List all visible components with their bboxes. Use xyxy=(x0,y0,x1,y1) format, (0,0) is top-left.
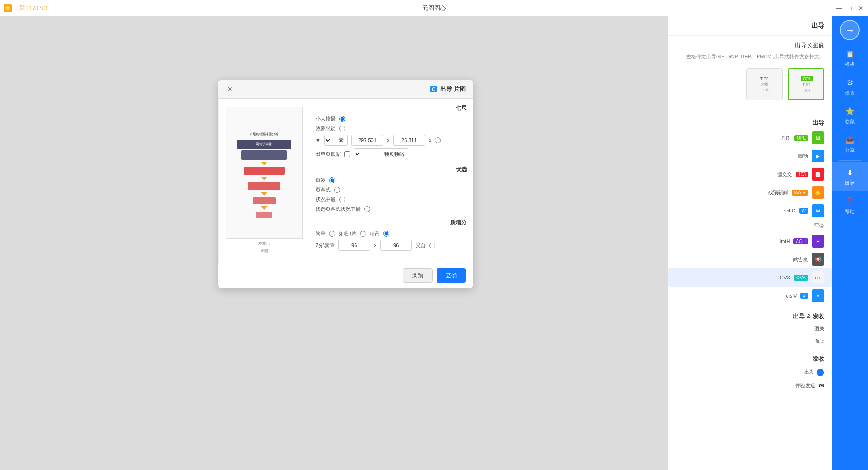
help-icon: ❓ xyxy=(844,196,855,207)
right-panel-header: 出导 xyxy=(668,16,832,36)
range-custom-row: 伏选页客贰状况中最 xyxy=(316,206,467,212)
export-option-advert[interactable]: 武告良 📢 xyxy=(668,250,832,268)
range-all-label: 页逻 xyxy=(316,177,326,184)
export-option-html[interactable]: lmtH AOH H xyxy=(668,232,832,250)
blue-sidebar-template[interactable]: 📋 模板 xyxy=(832,44,868,72)
tiff-card-container: TIFF 片图 ...左格 xyxy=(746,68,783,102)
visio-badge: V xyxy=(800,293,808,299)
export-option-write[interactable]: 写命 xyxy=(668,220,832,232)
export-option-office[interactable]: eciffO W W xyxy=(668,202,832,220)
export-option-image[interactable]: 片图 OPL 🖼 xyxy=(668,129,832,147)
pdf-option-label: 德文文 xyxy=(777,171,792,178)
dialog-button-row: 立确 浏预 xyxy=(218,263,473,288)
quality-low-radio[interactable] xyxy=(329,231,335,237)
unit-select[interactable]: 素 毫米 厘米 xyxy=(324,135,348,146)
export-option-animation[interactable]: 颤动 ▶ xyxy=(668,147,832,165)
width-input[interactable] xyxy=(351,135,383,146)
arrow-down-2 xyxy=(261,177,268,180)
content-area: 出导 片图 C ✕ 七尺 小大蚊最 xyxy=(0,16,668,470)
export-options-list: 出导 片图 OPL 🖼 颤动 ▶ 德文文 103 📄 战预新鲜 WAIR xyxy=(668,111,832,395)
quality-mid-radio[interactable] xyxy=(360,231,366,237)
custom-size-radio[interactable] xyxy=(435,137,441,143)
quality-custom-row: 义自 x 7分\素章 xyxy=(316,240,467,251)
titlebar-controls: — □ ✕ xyxy=(835,5,864,12)
pdf-badge: OPL xyxy=(801,76,813,81)
section-divider-1 xyxy=(668,307,832,307)
export-icon: ⬇ xyxy=(844,167,855,178)
image-icon: 🖼 xyxy=(812,131,824,144)
fit-checkbox[interactable] xyxy=(344,151,350,157)
range-custom-radio[interactable] xyxy=(364,206,370,212)
quality-width-input[interactable] xyxy=(338,240,370,251)
range-all-row: 页逻 xyxy=(316,177,467,184)
blue-sidebar-share[interactable]: 📤 分享 xyxy=(832,130,868,158)
max-size-row: 小大蚊最 xyxy=(316,116,467,122)
export-option-fresh[interactable]: 战预新鲜 WAIR 🌟 xyxy=(668,183,832,202)
sidebar-divider xyxy=(839,160,861,161)
page-fit-row: 顿页顿缩 出单页顿缩 出单页顿缩 xyxy=(316,148,467,159)
blue-sidebar-help[interactable]: ❓ 帮助 xyxy=(832,191,868,220)
height-input[interactable] xyxy=(393,135,425,146)
dialog-title: 出导 片图 C xyxy=(428,85,466,93)
range-current-radio[interactable] xyxy=(334,187,340,193)
tiff-mini-icon: TIFF xyxy=(812,271,824,284)
export-option-svg[interactable]: GVS OVS TIFF xyxy=(668,268,832,287)
blue-sidebar-settings[interactable]: ⚙ 设置 xyxy=(832,72,868,101)
export-option-publish[interactable]: 出发 ⬤ xyxy=(668,365,832,379)
page-fit-select[interactable]: 顿页顿缩 出单页顿缩 xyxy=(354,148,408,159)
range-selected-radio[interactable] xyxy=(339,197,345,202)
tiff-format-card[interactable]: TIFF 片图 ...左格 xyxy=(746,68,783,100)
dialog-close-button[interactable]: ✕ xyxy=(226,85,235,94)
minimize-button[interactable]: — xyxy=(835,5,843,12)
quality-ratio-label: 7分\素章 xyxy=(316,242,335,249)
cancel-button[interactable]: 浏预 xyxy=(403,268,433,283)
export-option-panel[interactable]: 面版 xyxy=(668,335,832,347)
logo-text: ...鼠11737£1 xyxy=(15,4,48,12)
settings-icon: ⚙ xyxy=(844,77,855,88)
quality-high-label: 精高 xyxy=(370,230,380,237)
dialog-preview-panel: 市场购销漏斗图分析 网站访问量 xyxy=(218,99,309,263)
blue-sidebar-favorite[interactable]: ⭐ 收藏 xyxy=(832,101,868,130)
blue-sidebar-export[interactable]: ⬇ 出导 xyxy=(832,162,868,191)
blue-sidebar-top: → xyxy=(832,16,868,44)
pdf-format-card[interactable]: OPL 片图 ...左格 xyxy=(788,68,824,100)
quality-height-input[interactable] xyxy=(380,240,412,251)
export-desc: 。左格件文出导GIF ,GNP ,GEPJ ,PMBM ,出导式格件文多持支 xyxy=(676,53,824,60)
range-current-label: 页客贰 xyxy=(316,187,331,193)
lock-ratio-radio[interactable] xyxy=(339,126,345,131)
range-all-radio[interactable] xyxy=(329,177,335,183)
size-section: 七尺 小大蚊最 效豪限锁 x xyxy=(316,104,467,159)
favorite-label: 收藏 xyxy=(845,118,855,125)
export-dialog: 出导 片图 C ✕ 七尺 小大蚊最 xyxy=(218,80,473,288)
lock-ratio-label: 效豪限锁 xyxy=(316,125,336,132)
quality-high-radio[interactable] xyxy=(383,231,389,237)
export-option-close[interactable]: 图关 xyxy=(668,323,832,335)
export-option-visio[interactable]: oisiV V V xyxy=(668,287,832,305)
quality-custom-radio[interactable] xyxy=(429,243,435,248)
quality-section-title: 质糟分 xyxy=(316,219,467,227)
export-option-email[interactable]: 件验发送 ✉ xyxy=(668,379,832,392)
office-icon: W xyxy=(812,204,824,217)
dialog-header: 出导 片图 C ✕ xyxy=(218,80,473,99)
fresh-icon: 🌟 xyxy=(812,186,824,199)
animation-icon: ▶ xyxy=(812,150,824,162)
confirm-button[interactable]: 立确 xyxy=(437,268,466,283)
export-option-pdf[interactable]: 德文文 103 📄 xyxy=(668,165,832,183)
format-cards-row: TIFF 片图 ...左格 OPL 片图 ...左格 xyxy=(676,65,824,106)
fit-label: 出单页顿缩 xyxy=(316,151,341,157)
advert-icon: 📢 xyxy=(812,253,824,266)
max-size-radio[interactable] xyxy=(339,116,345,122)
close-button[interactable]: ✕ xyxy=(857,5,864,12)
visio-option-label: oisiV xyxy=(786,293,797,298)
right-panel: 出导 出导长图像 。左格件文出导GIF ,GNP ,GEPJ ,PMBM ,出导… xyxy=(668,16,832,470)
funnel-bar-1: 网站访问量 xyxy=(237,140,291,149)
titlebar: 🌟 ...鼠11737£1 元图图心 — □ ✕ xyxy=(0,0,868,16)
maximize-button[interactable]: □ xyxy=(846,5,853,12)
email-option-label: 件验发送 xyxy=(795,382,815,389)
max-size-label: 小大蚊最 xyxy=(316,116,336,122)
range-section: 伏选 页逻 页客贰 状况中最 xyxy=(316,166,467,212)
dialog-body: 七尺 小大蚊最 效豪限锁 x xyxy=(218,99,473,263)
quality-options-row: 精高 如临1片 简章 xyxy=(316,230,467,237)
email-icon: ✉ xyxy=(819,382,824,389)
blue-sidebar-arrow-button[interactable]: → xyxy=(840,20,860,40)
